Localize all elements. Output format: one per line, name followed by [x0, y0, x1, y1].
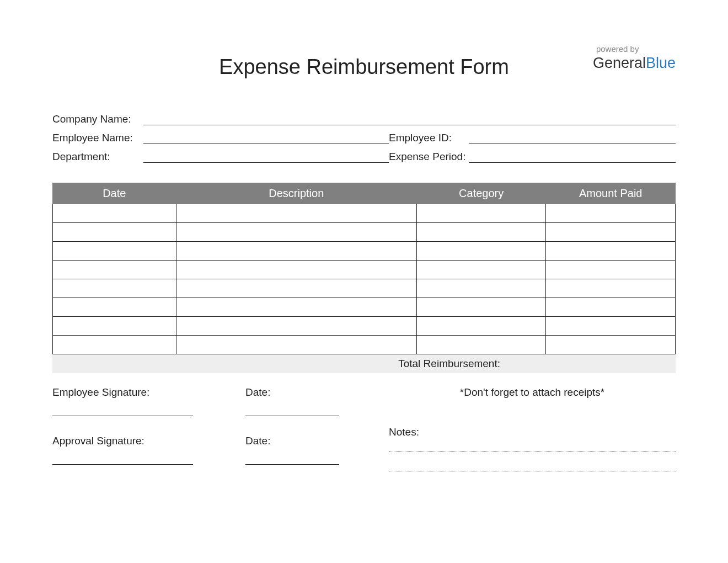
cell-desc[interactable]	[176, 242, 416, 261]
employee-sig-date-label: Date:	[245, 386, 350, 399]
cell-cat[interactable]	[416, 279, 546, 298]
cell-desc[interactable]	[176, 317, 416, 336]
cell-date[interactable]	[53, 336, 176, 354]
cell-desc[interactable]	[176, 336, 416, 354]
table-row	[53, 298, 676, 317]
company-name-label: Company Name:	[52, 113, 143, 125]
cell-desc[interactable]	[176, 223, 416, 242]
employee-signature-label: Employee Signature:	[52, 386, 245, 399]
cell-desc[interactable]	[176, 261, 416, 279]
notes-section: *Don't forget to attach receipts* Notes:	[389, 386, 676, 490]
brand-name: GeneralBlue	[593, 55, 676, 72]
cell-amt[interactable]	[546, 204, 676, 223]
cell-amt[interactable]	[546, 317, 676, 336]
brand-part2: Blue	[646, 55, 676, 71]
signature-section: Employee Signature: Date: Approval Signa…	[52, 386, 389, 490]
cell-date[interactable]	[53, 317, 176, 336]
cell-amt[interactable]	[546, 261, 676, 279]
cell-cat[interactable]	[416, 336, 546, 354]
header-category: Category	[416, 183, 546, 204]
table-row	[53, 204, 676, 223]
table-row	[53, 279, 676, 298]
logo: powered by GeneralBlue	[593, 44, 676, 72]
table-header-row: Date Description Category Amount Paid	[53, 183, 676, 204]
cell-amt[interactable]	[546, 298, 676, 317]
employee-row: Employee Name: Employee ID:	[52, 131, 676, 144]
notes-label: Notes:	[389, 426, 676, 438]
table-row	[53, 242, 676, 261]
header-description: Description	[176, 183, 416, 204]
employee-signature-line[interactable]	[52, 415, 193, 416]
approval-signature-line[interactable]	[52, 464, 193, 465]
total-row: Total Reimbursement:	[52, 354, 676, 373]
footer: Employee Signature: Date: Approval Signa…	[52, 386, 676, 490]
header-amount: Amount Paid	[546, 183, 676, 204]
cell-cat[interactable]	[416, 223, 546, 242]
total-label: Total Reimbursement:	[52, 358, 505, 370]
company-name-row: Company Name:	[52, 112, 676, 125]
company-name-field[interactable]	[143, 112, 676, 125]
cell-amt[interactable]	[546, 242, 676, 261]
page-title: Expense Reimbursement Form	[52, 55, 676, 79]
employee-id-label: Employee ID:	[389, 132, 469, 144]
department-label: Department:	[52, 151, 143, 163]
cell-date[interactable]	[53, 204, 176, 223]
cell-amt[interactable]	[546, 279, 676, 298]
powered-by-text: powered by	[593, 44, 676, 54]
employee-name-label: Employee Name:	[52, 132, 143, 144]
cell-date[interactable]	[53, 223, 176, 242]
table-row	[53, 317, 676, 336]
reminder-text: *Don't forget to attach receipts*	[389, 386, 676, 399]
cell-date[interactable]	[53, 242, 176, 261]
cell-date[interactable]	[53, 261, 176, 279]
cell-cat[interactable]	[416, 242, 546, 261]
cell-cat[interactable]	[416, 204, 546, 223]
header: Expense Reimbursement Form powered by Ge…	[52, 55, 676, 79]
employee-id-field[interactable]	[469, 131, 676, 144]
expense-period-field[interactable]	[469, 150, 676, 163]
header-date: Date	[53, 183, 176, 204]
cell-cat[interactable]	[416, 298, 546, 317]
cell-date[interactable]	[53, 298, 176, 317]
approval-sig-date-line[interactable]	[245, 464, 339, 465]
cell-desc[interactable]	[176, 298, 416, 317]
department-field[interactable]	[143, 150, 389, 163]
cell-amt[interactable]	[546, 336, 676, 354]
cell-date[interactable]	[53, 279, 176, 298]
notes-line-1[interactable]	[389, 450, 676, 452]
cell-desc[interactable]	[176, 204, 416, 223]
department-row: Department: Expense Period:	[52, 150, 676, 163]
employee-name-field[interactable]	[143, 131, 389, 144]
info-block: Company Name: Employee Name: Employee ID…	[52, 112, 676, 163]
employee-sig-date-line[interactable]	[245, 415, 339, 416]
table-row	[53, 223, 676, 242]
notes-line-2[interactable]	[389, 470, 676, 471]
approval-signature-label: Approval Signature:	[52, 435, 245, 447]
cell-cat[interactable]	[416, 317, 546, 336]
table-row	[53, 261, 676, 279]
approval-sig-date-label: Date:	[245, 435, 350, 447]
brand-part1: General	[593, 55, 646, 71]
expense-table: Date Description Category Amount Paid	[52, 183, 676, 354]
table-row	[53, 336, 676, 354]
expense-period-label: Expense Period:	[389, 151, 469, 163]
cell-desc[interactable]	[176, 279, 416, 298]
cell-cat[interactable]	[416, 261, 546, 279]
cell-amt[interactable]	[546, 223, 676, 242]
